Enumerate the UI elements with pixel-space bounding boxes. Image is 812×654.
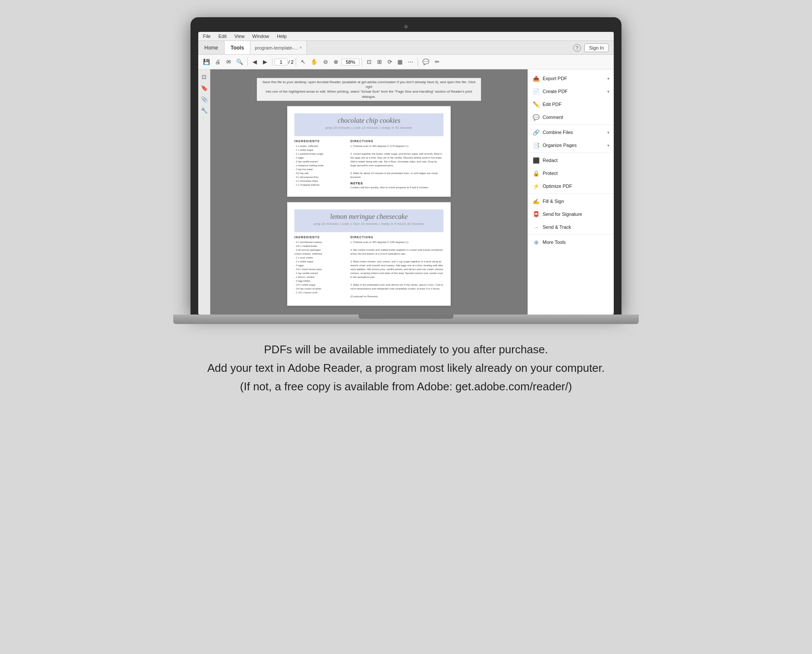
recipe-page-2: lemon meringue cheesecake prep 20 minute… [287,202,451,306]
right-panel-send-track[interactable]: → Send & Track [528,221,614,234]
left-panel-bookmarks[interactable]: 🔖 [200,83,209,93]
send-signature-label: Send for Signature [543,212,609,217]
toolbar-zoom-in[interactable]: ⊕ [331,56,340,68]
toolbar-cursor[interactable]: ↖ [298,56,308,68]
screen-bezel: File Edit View Window Help Home Tools pr… [191,17,621,315]
toolbar-save[interactable]: 💾 [201,56,212,68]
toolbar-rotate[interactable]: ⟳ [385,56,394,68]
menu-file[interactable]: File [202,33,212,39]
edit-pdf-icon: ✏️ [532,100,540,108]
fill-sign-icon: ✍️ [532,197,540,205]
toolbar-email[interactable]: ✉ [224,56,233,68]
right-panel-fill-sign[interactable]: ✍️ Fill & Sign [528,195,614,208]
protect-label: Protect [543,171,609,176]
info-line1: Save this file to your desktop, open Acr… [262,80,476,89]
tab-home[interactable]: Home [198,41,225,54]
recipe1-directions-text: 1. Preheat oven to 350 degrees F (175 de… [350,144,443,179]
fill-sign-label: Fill & Sign [543,199,609,204]
edit-pdf-label: Edit PDF [543,102,609,107]
sign-in-button[interactable]: Sign In [584,44,609,52]
separator-panel-4 [528,234,614,235]
bottom-line3: (If not, a free copy is available from A… [199,378,613,395]
right-panel-edit-pdf[interactable]: ✏️ Edit PDF [528,98,614,111]
page-nav: / 2 [275,59,294,65]
help-button[interactable]: ? [573,44,581,52]
right-panel-more-tools[interactable]: ⊕ More Tools [528,236,614,249]
left-panel-tools[interactable]: 🔧 [200,106,209,115]
toolbar-back[interactable]: ◀ [250,56,259,68]
right-panel: 📤 Export PDF ▾ 📄 Create PDF ▾ ✏️ Edit PD… [528,69,614,315]
protect-icon: 🔒 [532,169,540,177]
separator-panel-1 [528,125,614,125]
separator-panel-3 [528,193,614,194]
toolbar-zoom-out[interactable]: ⊖ [321,56,330,68]
combine-arrow: ▾ [607,130,609,135]
menu-window[interactable]: Window [251,33,270,39]
right-panel-comment[interactable]: 💬 Comment [528,111,614,124]
camera [404,25,408,28]
left-panel-pages[interactable]: ⊡ [200,72,209,81]
page-input[interactable] [275,59,287,65]
toolbar-comment[interactable]: 💬 [420,56,431,68]
recipe2-directions-header: DIRECTIONS [350,236,443,239]
tab-tools[interactable]: Tools [225,41,250,54]
combine-label: Combine Files [543,130,605,135]
toolbar-more[interactable]: ⋯ [406,56,415,68]
left-panel: ⊡ 🔖 📎 🔧 [198,69,210,315]
menu-help[interactable]: Help [275,33,288,39]
right-panel-combine[interactable]: 🔗 Combine Files ▾ [528,126,614,139]
nav-bar: Home Tools program-template-... × ? Sign… [198,41,614,55]
bottom-text: PDFs will be available immediately to yo… [191,324,621,410]
redact-icon: ⬛ [532,156,540,164]
comment-label: Comment [543,115,609,120]
right-panel-create-pdf[interactable]: 📄 Create PDF ▾ [528,85,614,98]
right-panel-optimize[interactable]: ⚡ Optimize PDF [528,180,614,193]
recipe1-ingredients-text: - 1 c butter, softened - 1 c white sugar… [294,144,346,187]
recipe2-directions-text: 1. Preheat oven to 325 degrees F (165 de… [350,240,443,299]
right-panel-send-signature[interactable]: 📮 Send for Signature [528,208,614,221]
separator-3 [296,58,296,66]
toolbar-print[interactable]: 🖨 [213,56,223,68]
combine-icon: 🔗 [532,128,540,136]
toolbar-fit-width[interactable]: ⊞ [375,56,384,68]
toolbar-fit-page[interactable]: ⊡ [364,56,374,68]
more-tools-icon: ⊕ [532,238,540,246]
redact-label: Redact [543,158,609,163]
right-panel-export-pdf[interactable]: 📤 Export PDF ▾ [528,72,614,85]
recipe1-notes-text: Cookies will burn quickly; best to check… [350,186,443,190]
separator-5 [418,58,418,66]
zoom-input[interactable] [341,59,359,65]
menu-bar: File Edit View Window Help [198,32,614,41]
export-pdf-arrow: ▾ [607,76,609,81]
recipe2-ingredients-col: INGREDIENTS - 2 c shortbread cookies - 1… [294,236,346,299]
pdf-canvas: Save this file to your desktop, open Acr… [210,69,528,315]
menu-view[interactable]: View [233,33,246,39]
right-panel-organize[interactable]: 📑 Organize Pages ▾ [528,139,614,152]
recipe1-body: INGREDIENTS - 1 c butter, softened - 1 c… [294,140,443,190]
bottom-line1: PDFs will be available immediately to yo… [199,341,613,358]
separator-panel-2 [528,153,614,153]
toolbar-search[interactable]: 🔍 [234,56,245,68]
screen: File Edit View Window Help Home Tools pr… [198,32,614,315]
bottom-line2: Add your text in Adobe Reader, a program… [199,360,613,377]
create-pdf-arrow: ▾ [607,89,609,94]
optimize-label: Optimize PDF [543,184,609,189]
left-panel-attachments[interactable]: 📎 [200,94,209,104]
right-panel-redact[interactable]: ⬛ Redact [528,154,614,167]
send-track-icon: → [532,223,540,231]
create-pdf-icon: 📄 [532,87,540,95]
recipe2-header: lemon meringue cheesecake prep 20 minute… [294,209,443,232]
recipe2-subtitle: prep 20 minutes | cook 1 hour 10 minutes… [299,222,439,225]
comment-icon: 💬 [532,113,540,121]
menu-edit[interactable]: Edit [217,33,228,39]
right-panel-protect[interactable]: 🔒 Protect [528,167,614,180]
toolbar-select[interactable]: ▦ [395,56,405,68]
toolbar-hand[interactable]: ✋ [309,56,320,68]
toolbar-draw[interactable]: ✏ [432,56,442,68]
doc-tab-label: program-template-... [255,45,298,50]
toolbar-forward[interactable]: ▶ [260,56,270,68]
close-doc-tab[interactable]: × [300,45,302,50]
optimize-icon: ⚡ [532,182,540,190]
recipe1-ingredients-header: INGREDIENTS [294,140,346,143]
tab-document[interactable]: program-template-... × [250,41,307,54]
